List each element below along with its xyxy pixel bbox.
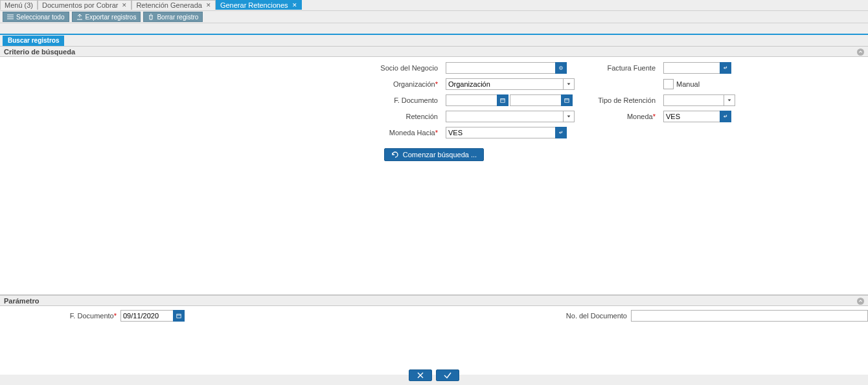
close-icon xyxy=(416,372,425,379)
close-icon[interactable]: ✕ xyxy=(206,2,211,8)
calendar-icon xyxy=(500,98,505,103)
refresh-icon xyxy=(391,151,399,159)
field-org xyxy=(446,78,575,90)
tab-documentos-por-cobrar[interactable]: Documentos por Cobrar ✕ xyxy=(38,0,131,10)
socio-picker-button[interactable] xyxy=(555,62,567,74)
start-search-button[interactable]: Comenzar búsqueda ... xyxy=(384,148,484,161)
tab-generar-retenciones[interactable]: Generar Retenciones ✕ xyxy=(216,0,302,10)
calendar-icon xyxy=(176,313,181,318)
tab-label: Retención Generada xyxy=(136,1,202,9)
factura-input[interactable] xyxy=(663,62,720,74)
factura-picker-button[interactable] xyxy=(720,62,731,74)
tab-label: Generar Retenciones xyxy=(220,1,288,9)
chevron-down-icon xyxy=(566,114,571,119)
field-moneda xyxy=(663,111,793,122)
list-icon xyxy=(7,14,14,20)
retencion-dropdown-button[interactable] xyxy=(563,111,575,122)
label-retencion: Retención xyxy=(130,113,440,120)
label-fdoc: F. Documento xyxy=(130,96,440,104)
svg-rect-5 xyxy=(501,99,505,103)
confirm-button[interactable] xyxy=(436,369,459,381)
manual-checkbox[interactable] xyxy=(663,79,674,89)
field-retencion xyxy=(446,111,575,122)
fdoc-to-input[interactable] xyxy=(510,94,562,106)
tipo-ret-dropdown-button[interactable] xyxy=(724,94,735,106)
select-all-button[interactable]: Seleccionar todo xyxy=(3,12,69,22)
search-section-bar: Buscar registros xyxy=(0,35,868,46)
return-icon xyxy=(558,130,564,135)
gear-icon xyxy=(558,65,564,71)
criteria-body: Socio del Negocio Factura Fuente Organiz… xyxy=(0,57,868,295)
svg-rect-7 xyxy=(565,99,569,103)
label-tipo-ret: Tipo de Retención xyxy=(580,96,658,104)
panel-title: Parámetro xyxy=(4,297,39,305)
field-moneda-hacia xyxy=(446,127,575,138)
org-select[interactable] xyxy=(446,78,564,90)
param-panel-header: Parámetro xyxy=(0,295,868,306)
org-dropdown-button[interactable] xyxy=(563,78,575,90)
tab-label: Documentos por Cobrar xyxy=(42,1,118,9)
field-param-docno xyxy=(631,310,868,322)
moneda-hacia-input[interactable] xyxy=(446,127,556,138)
fdoc-to-date-button[interactable] xyxy=(561,94,573,106)
field-socio xyxy=(446,62,575,74)
label-param-docno: No. del Documento xyxy=(223,312,631,320)
svg-point-4 xyxy=(560,67,562,69)
param-fdoc-input[interactable] xyxy=(120,310,174,322)
export-icon xyxy=(76,14,83,20)
toolbar-label: Seleccionar todo xyxy=(16,14,65,21)
start-search-label: Comenzar búsqueda ... xyxy=(403,151,477,159)
retencion-select[interactable] xyxy=(446,111,564,122)
footer-buttons xyxy=(0,369,868,381)
section-label: Buscar registros xyxy=(8,37,59,44)
tab-label: Menú (3) xyxy=(5,1,33,9)
field-manual: Manual xyxy=(663,79,793,89)
export-button[interactable]: Exportar registros xyxy=(72,12,141,22)
tipo-ret-select[interactable] xyxy=(663,94,724,106)
field-tipo-ret xyxy=(663,94,793,106)
param-fdoc-date-button[interactable] xyxy=(173,310,185,322)
chevron-down-icon xyxy=(727,98,732,103)
moneda-input[interactable] xyxy=(663,111,720,122)
tab-retencion-generada[interactable]: Retención Generada ✕ xyxy=(131,0,216,10)
label-org: Organización* xyxy=(130,80,440,88)
close-icon[interactable]: ✕ xyxy=(122,2,127,8)
label-moneda-hacia: Moneda Hacia* xyxy=(130,129,440,137)
chevron-down-icon xyxy=(566,82,571,87)
trash-icon xyxy=(148,14,154,20)
return-icon xyxy=(723,65,728,71)
label-socio: Socio del Negocio xyxy=(130,64,440,72)
field-fdoc-range xyxy=(446,94,575,106)
collapse-icon[interactable] xyxy=(857,49,864,56)
fdoc-from-date-button[interactable] xyxy=(497,94,508,106)
collapse-icon[interactable] xyxy=(857,298,864,305)
label-param-fdoc: F. Documento* xyxy=(0,312,120,320)
delete-button[interactable]: Borrar registro xyxy=(143,12,203,22)
tabs-row: Menú (3) Documentos por Cobrar ✕ Retenci… xyxy=(0,0,868,10)
moneda-picker-button[interactable] xyxy=(720,111,731,122)
param-body: F. Documento* No. del Documento xyxy=(0,306,868,375)
search-section-tab[interactable]: Buscar registros xyxy=(3,36,64,46)
moneda-hacia-picker-button[interactable] xyxy=(555,127,567,138)
socio-input[interactable] xyxy=(446,62,556,74)
tab-menu[interactable]: Menú (3) xyxy=(0,0,38,10)
param-docno-input[interactable] xyxy=(631,310,868,322)
label-factura: Factura Fuente xyxy=(580,64,658,72)
toolbar: Seleccionar todo Exportar registros Borr… xyxy=(0,10,868,23)
label-manual: Manual xyxy=(676,80,700,88)
calendar-icon xyxy=(564,98,569,103)
svg-rect-9 xyxy=(177,314,181,318)
label-moneda: Moneda* xyxy=(580,113,658,120)
criteria-panel-header: Criterio de búsqueda xyxy=(0,46,868,57)
panel-title: Criterio de búsqueda xyxy=(4,48,75,56)
field-param-fdoc xyxy=(120,310,185,322)
field-factura xyxy=(663,62,793,74)
cancel-button[interactable] xyxy=(409,369,432,381)
close-icon[interactable]: ✕ xyxy=(292,2,297,8)
check-icon xyxy=(443,372,452,379)
toolbar-label: Exportar registros xyxy=(86,14,137,21)
toolbar-label: Borrar registro xyxy=(157,14,198,21)
fdoc-from-input[interactable] xyxy=(446,94,497,106)
return-icon xyxy=(723,114,728,119)
